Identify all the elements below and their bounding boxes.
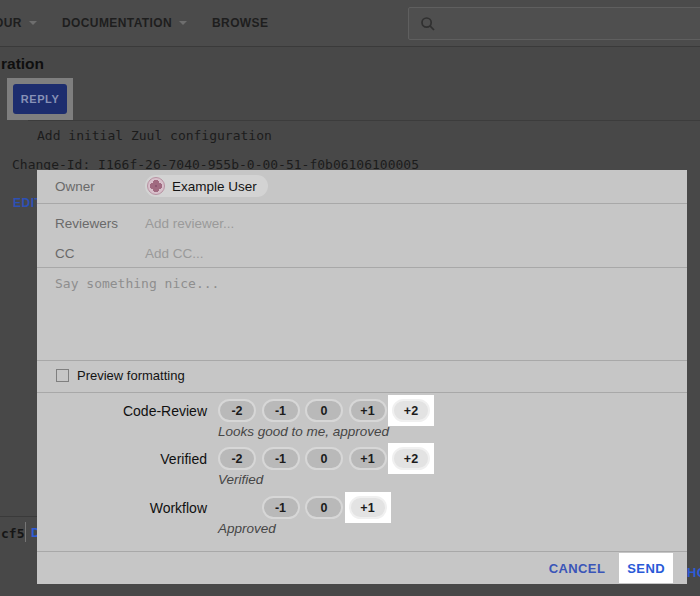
owner-chip[interactable]: Example User <box>145 175 268 197</box>
section-divider <box>37 392 687 393</box>
reviewers-label: Reviewers <box>55 216 118 231</box>
add-cc-input[interactable]: Add CC... <box>145 246 204 261</box>
vote-workflow--1[interactable]: -1 <box>262 496 300 519</box>
reply-button[interactable]: REPLY <box>13 84 67 114</box>
chevron-down-icon <box>179 21 187 25</box>
vote-buttons: -10+1 <box>218 492 391 523</box>
gerrit-change-screen: OURDOCUMENTATIONBROWSE ration REPLY Add … <box>0 0 700 596</box>
vote-verified--1[interactable]: -1 <box>262 447 300 470</box>
vertical-separator <box>25 522 26 542</box>
vote-verified--2[interactable]: -2 <box>218 447 256 470</box>
preview-formatting-checkbox[interactable] <box>56 369 69 382</box>
vote-label: Workflow <box>37 500 207 516</box>
vote-code-review-0[interactable]: 0 <box>305 399 343 422</box>
commit-message: Add initial Zuul configuration <box>37 128 272 143</box>
cancel-button[interactable]: CANCEL <box>549 561 606 576</box>
vote-description: Approved <box>218 521 276 536</box>
dialog-footer: CANCEL SEND <box>37 552 687 584</box>
vote-code-review--1[interactable]: -1 <box>262 399 300 422</box>
search-box[interactable] <box>408 7 700 40</box>
patchset-sha-fragment: cf5 <box>1 526 24 541</box>
top-nav-bar: OURDOCUMENTATIONBROWSE <box>0 0 700 47</box>
nav-item-label: DOCUMENTATION <box>62 16 172 30</box>
vote-workflow-+1[interactable]: +1 <box>349 496 387 519</box>
reply-message-textarea[interactable]: Say something nice... <box>55 276 219 291</box>
search-input[interactable] <box>444 16 700 31</box>
send-highlight-box: SEND <box>619 553 673 583</box>
vote-highlight-box: +1 <box>345 492 391 523</box>
vote-highlight-box: +2 <box>388 443 434 474</box>
change-title-fragment: ration <box>1 55 44 73</box>
vote-row-verified: Verified-2-10+1+2 <box>37 443 434 474</box>
owner-label: Owner <box>55 179 95 194</box>
vote-label: Code-Review <box>37 403 207 419</box>
search-icon <box>420 16 436 32</box>
reply-dialog: Owner Example User Reviewers Add reviewe… <box>37 170 687 584</box>
vote-workflow-0[interactable]: 0 <box>305 496 343 519</box>
content-divider <box>28 120 700 121</box>
add-reviewer-input[interactable]: Add reviewer... <box>145 216 234 231</box>
vote-description: Verified <box>218 472 263 487</box>
vote-code-review--2[interactable]: -2 <box>218 399 256 422</box>
vote-highlight-box: +2 <box>388 395 434 426</box>
nav-item-browse[interactable]: BROWSE <box>212 0 268 46</box>
preview-formatting-row: Preview formatting <box>56 362 185 388</box>
vote-verified-+2[interactable]: +2 <box>392 447 430 470</box>
background-link-fragment[interactable]: HO <box>687 565 700 580</box>
send-button[interactable]: SEND <box>627 561 665 576</box>
vote-code-review-+2[interactable]: +2 <box>392 399 430 422</box>
cc-label: CC <box>55 246 75 261</box>
vote-description: Looks good to me, approved <box>218 424 389 439</box>
vote-code-review-+1[interactable]: +1 <box>349 399 387 422</box>
section-divider <box>37 360 687 361</box>
nav-item-documentation[interactable]: DOCUMENTATION <box>62 0 187 46</box>
preview-formatting-label: Preview formatting <box>77 368 185 383</box>
nav-item-label: OUR <box>0 16 22 30</box>
vote-label: Verified <box>37 451 207 467</box>
table-border <box>0 516 37 517</box>
nav-item-label: BROWSE <box>212 16 268 30</box>
chevron-down-icon <box>29 21 37 25</box>
vote-buttons: -2-10+1+2 <box>218 395 434 426</box>
nav-item-our[interactable]: OUR <box>0 0 37 46</box>
vote-verified-0[interactable]: 0 <box>305 447 343 470</box>
owner-name: Example User <box>172 179 257 194</box>
vote-row-workflow: Workflow-10+1 <box>37 492 391 523</box>
avatar <box>147 177 165 195</box>
vote-row-code-review: Code-Review-2-10+1+2 <box>37 395 434 426</box>
section-divider <box>37 203 687 204</box>
vote-buttons: -2-10+1+2 <box>218 443 434 474</box>
vote-verified-+1[interactable]: +1 <box>349 447 387 470</box>
section-divider <box>37 267 687 268</box>
